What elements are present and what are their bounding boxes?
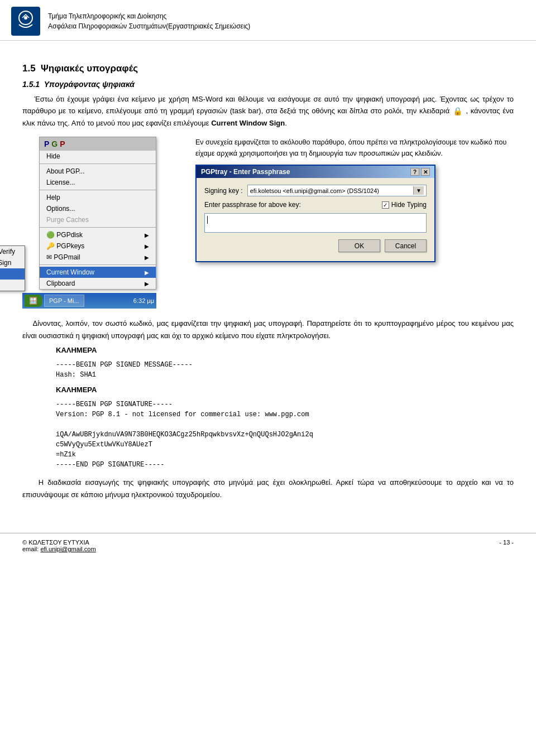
- passphrase-input-area[interactable]: [204, 213, 427, 233]
- hash-line: Hash: SHA1: [56, 370, 514, 380]
- pgp-menu-header: P G P: [40, 137, 156, 151]
- footer-email: email: efi.unipi@gmail.com: [22, 546, 96, 552]
- passphrase-label: Enter passphrase for above key:: [204, 201, 301, 209]
- signing-key-label: Signing key :: [204, 187, 243, 195]
- pgp-tray-menu: P G P Hide About PGP... License... Help …: [39, 137, 156, 290]
- pgp-letter-p2: P: [60, 139, 66, 148]
- begin-sig-line: -----BEGIN PGP SIGNATURE-----: [56, 399, 514, 410]
- divider-3: [40, 227, 156, 228]
- pgptray-body: Signing key : efi.koletsou <efi.unipi@gm…: [197, 178, 434, 261]
- paragraph-1: Έστω ότι έχουμε γράψει ένα κείμενο με χρ…: [22, 93, 514, 129]
- page-number: - 13 -: [499, 539, 514, 552]
- sig-line-3: =hZ1k: [56, 450, 514, 460]
- kallimera-1: ΚΑΛΗΜΕΡΑ: [56, 346, 514, 354]
- divider-1: [40, 163, 156, 164]
- taskbar-clock: 6:32 μμ: [133, 297, 154, 304]
- pgp-current-window[interactable]: Current Window▶: [40, 267, 156, 278]
- pgp-purge-caches: Purge Caches: [40, 214, 156, 225]
- hide-typing-option[interactable]: ✓ Hide Typing: [382, 201, 427, 209]
- help-button[interactable]: ?: [410, 168, 419, 176]
- university-logo: [11, 7, 40, 36]
- explanation-text: Εν συνεχεία εμφανίζεται το ακόλουθο παρά…: [195, 137, 514, 159]
- ok-button[interactable]: OK: [338, 239, 380, 252]
- sig-line-2: c5WVyQyu5ExtUwVKuY8AUezT: [56, 440, 514, 450]
- context-encrypt-sign[interactable]: Encrypt & Sign: [0, 257, 25, 268]
- hide-typing-label: Hide Typing: [391, 201, 427, 209]
- hide-typing-checkbox[interactable]: ✓: [382, 201, 389, 209]
- pgptray-title: PGPtray - Enter Passphrase: [201, 168, 290, 176]
- pgp-help[interactable]: Help: [40, 192, 156, 203]
- lock-icon: 🔒: [453, 107, 462, 116]
- subsection-title: 1.5.1 Υπογράφοντας ψηφιακά: [22, 80, 514, 89]
- pgp-letter-g: G: [51, 139, 59, 148]
- pgp-letter-p: P: [44, 139, 50, 148]
- screenshot-area: Decrypt & Verify Encrypt & Sign Sign Enc…: [22, 137, 514, 309]
- cancel-button[interactable]: Cancel: [385, 239, 427, 252]
- footer-email-link[interactable]: efi.unipi@gmail.com: [40, 546, 95, 552]
- pgp-hide[interactable]: Hide: [40, 151, 156, 162]
- signature-block: -----BEGIN PGP SIGNATURE----- Version: P…: [56, 399, 514, 470]
- pgp-mail[interactable]: ✉ PGPmail▶: [40, 252, 156, 263]
- kallimera-2: ΚΑΛΗΜΕΡΑ: [56, 386, 514, 394]
- begin-signed-line: -----BEGIN PGP SIGNED MESSAGE-----: [56, 360, 514, 370]
- pgp-clipboard[interactable]: Clipboard▶: [40, 278, 156, 289]
- sig-line-1: iQA/AwUBRjykdnuVA9N73B0HEQKO3ACgz25hRpqw…: [56, 430, 514, 440]
- pgptray-title-bar: PGPtray - Enter Passphrase ? ✕: [197, 166, 434, 178]
- divider-2: [40, 190, 156, 190]
- cursor: [207, 216, 208, 224]
- page-header: Τμήμα Τηλεπληροφορικής και Διοίκησης Ασφ…: [0, 0, 536, 41]
- paragraph-3: Η διαδικασία εισαγωγής της ψηφιακής υπογ…: [22, 476, 514, 500]
- select-arrow[interactable]: ▼: [413, 186, 424, 195]
- section-title: 1.5 Ψηφιακές υπογραφές: [22, 63, 514, 74]
- pgp-options[interactable]: Options...: [40, 203, 156, 214]
- signed-message-block: -----BEGIN PGP SIGNED MESSAGE----- Hash:…: [56, 360, 514, 380]
- taskbar-pgp-item[interactable]: PGP - Mi...: [44, 295, 84, 307]
- signing-key-value: efi.koletsou <efi.unipi@gmail.com> (DSS/…: [250, 187, 379, 194]
- pgp-disk[interactable]: 🟢 PGPdisk▶: [40, 229, 156, 240]
- page-footer: © ΚΩΛΕΤΣΟΥ ΕΥΤΥΧΙΑ email: efi.unipi@gmai…: [0, 533, 536, 558]
- context-decrypt-verify[interactable]: Decrypt & Verify: [0, 246, 25, 257]
- signing-key-select[interactable]: efi.koletsou <efi.unipi@gmail.com> (DSS/…: [247, 185, 427, 196]
- taskbar: 🪟 PGP - Mi... 6:32 μμ: [22, 293, 156, 309]
- passphrase-label-row: Enter passphrase for above key: ✓ Hide T…: [204, 201, 427, 209]
- university-name: Τμήμα Τηλεπληροφορικής και Διοίκησης: [48, 11, 250, 21]
- pgptray-dialog: PGPtray - Enter Passphrase ? ✕ Signing k…: [195, 165, 436, 262]
- pgp-license[interactable]: License...: [40, 177, 156, 188]
- svg-point-2: [24, 16, 27, 20]
- subject-name: Ασφάλεια Πληροφοριακών Συστημάτων(Εργαστ…: [48, 21, 250, 31]
- context-sign[interactable]: Sign: [0, 268, 25, 280]
- footer-left: © ΚΩΛΕΤΣΟΥ ΕΥΤΥΧΙΑ email: efi.unipi@gmai…: [22, 539, 96, 552]
- signing-key-row: Signing key : efi.koletsou <efi.unipi@gm…: [204, 185, 427, 196]
- right-panel: Εν συνεχεία εμφανίζεται το ακόλουθο παρά…: [195, 137, 514, 262]
- pgp-keys[interactable]: 🔑 PGPkeys▶: [40, 240, 156, 252]
- dialog-buttons: OK Cancel: [204, 239, 427, 254]
- context-encrypt[interactable]: Encrypt: [0, 280, 25, 291]
- end-sig-line: -----END PGP SIGNATURE-----: [56, 460, 514, 470]
- header-text: Τμήμα Τηλεπληροφορικής και Διοίκησης Ασφ…: [48, 11, 250, 31]
- divider-4: [40, 264, 156, 265]
- start-button[interactable]: 🪟: [25, 295, 42, 307]
- copyright: © ΚΩΛΕΤΣΟΥ ΕΥΤΥΧΙΑ: [22, 539, 96, 546]
- pgp-menu-area: Decrypt & Verify Encrypt & Sign Sign Enc…: [22, 137, 184, 309]
- paragraph-2: Δίνοντας, λοιπόν, τον σωστό κωδικό, μας …: [22, 317, 514, 341]
- current-window-sign-label: Current Window Sign: [211, 119, 285, 127]
- pgp-about[interactable]: About PGP...: [40, 166, 156, 177]
- main-content: 1.5 Ψηφιακές υπογραφές 1.5.1 Υπογράφοντα…: [0, 41, 536, 522]
- close-button[interactable]: ✕: [421, 168, 430, 176]
- title-bar-buttons: ? ✕: [410, 168, 430, 176]
- context-menu: Decrypt & Verify Encrypt & Sign Sign Enc…: [0, 245, 25, 291]
- version-line: Version: PGP 8.1 - not licensed for comm…: [56, 410, 514, 420]
